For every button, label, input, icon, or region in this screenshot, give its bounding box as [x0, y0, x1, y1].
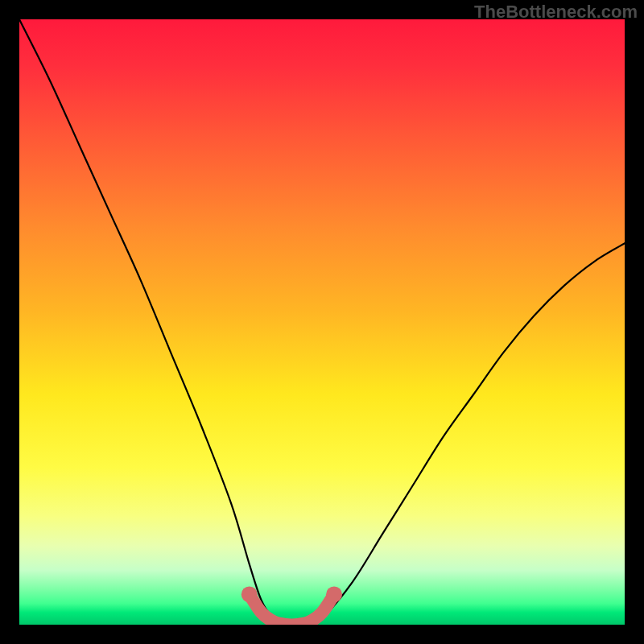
bottleneck-curve: [19, 19, 625, 625]
chart-svg: [19, 19, 625, 625]
optimal-endpoint-dot: [242, 586, 258, 602]
optimal-endpoint-dot: [326, 586, 342, 602]
optimal-range-marker: [250, 594, 334, 625]
plot-area: [19, 19, 625, 625]
chart-frame: TheBottleneck.com: [0, 0, 644, 644]
